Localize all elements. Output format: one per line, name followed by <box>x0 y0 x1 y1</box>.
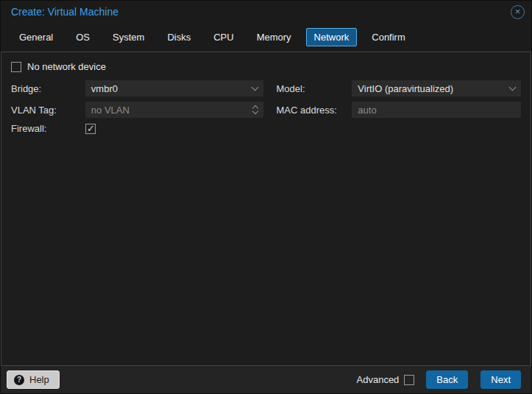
firewall-checkbox[interactable] <box>85 124 96 134</box>
tab-confirm[interactable]: Confirm <box>363 28 414 46</box>
tab-network[interactable]: Network <box>306 28 358 46</box>
chevron-down-icon[interactable] <box>251 84 258 91</box>
tab-bar: General OS System Disks CPU Memory Netwo… <box>1 23 531 52</box>
help-button[interactable]: ? Help <box>7 370 60 389</box>
mac-address-label: MAC address: <box>277 105 352 116</box>
vlan-tag-placeholder: no VLAN <box>91 105 253 116</box>
vlan-mac-row: VLAN Tag: no VLAN MAC address: <box>11 102 521 118</box>
help-button-label: Help <box>29 374 49 385</box>
tab-disks[interactable]: Disks <box>159 28 199 46</box>
model-label: Model: <box>277 83 352 94</box>
model-value: VirtIO (paravirtualized) <box>358 83 510 94</box>
tab-general[interactable]: General <box>11 28 61 46</box>
question-circle-icon: ? <box>14 375 24 385</box>
firewall-label: Firewall: <box>11 123 85 134</box>
bridge-value: vmbr0 <box>91 83 252 94</box>
close-icon[interactable]: × <box>511 5 525 19</box>
model-dropdown[interactable]: VirtIO (paravirtualized) <box>352 80 521 96</box>
bridge-label: Bridge: <box>11 83 85 94</box>
advanced-toggle: Advanced <box>357 374 415 385</box>
dialog-titlebar: Create: Virtual Machine × <box>1 1 531 23</box>
spinner-arrows-icon <box>253 106 258 113</box>
tab-cpu[interactable]: CPU <box>205 28 241 46</box>
no-network-device-row: No network device <box>11 61 521 72</box>
no-network-device-checkbox[interactable] <box>11 62 21 72</box>
dialog-title: Create: Virtual Machine <box>11 6 511 18</box>
dialog-footer: ? Help Advanced Back Next <box>1 366 531 393</box>
chevron-down-icon[interactable] <box>509 84 517 91</box>
back-button[interactable]: Back <box>426 370 468 389</box>
advanced-label: Advanced <box>357 374 400 385</box>
next-button[interactable]: Next <box>480 370 521 389</box>
mac-address-input[interactable] <box>352 102 521 118</box>
vlan-tag-label: VLAN Tag: <box>11 105 85 116</box>
tab-os[interactable]: OS <box>68 28 98 46</box>
network-tab-panel: No network device Bridge: vmbr0 Model: V… <box>1 52 531 366</box>
tab-system[interactable]: System <box>104 28 152 46</box>
advanced-checkbox[interactable] <box>404 375 414 385</box>
vlan-tag-spinner: no VLAN <box>85 102 263 118</box>
tab-memory[interactable]: Memory <box>249 28 299 46</box>
create-vm-dialog: Create: Virtual Machine × General OS Sys… <box>0 0 532 394</box>
bridge-dropdown[interactable]: vmbr0 <box>85 80 263 96</box>
firewall-row: Firewall: <box>11 123 521 134</box>
no-network-device-label: No network device <box>27 61 106 72</box>
bridge-model-row: Bridge: vmbr0 Model: VirtIO (paravirtual… <box>11 80 521 96</box>
